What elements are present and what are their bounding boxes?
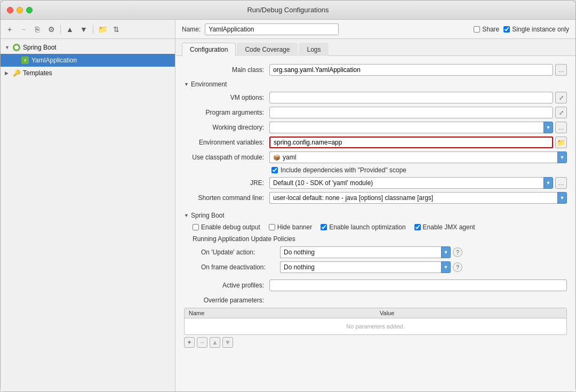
springboot-section-header[interactable]: ▼ Spring Boot <box>175 209 575 221</box>
up-button[interactable]: ▲ <box>64 23 76 35</box>
params-up-button[interactable]: ▲ <box>210 337 220 348</box>
program-args-expand-button[interactable]: ⤢ <box>555 107 567 118</box>
jre-dropdown-button[interactable]: ▼ <box>543 177 553 189</box>
program-args-input[interactable] <box>269 107 553 118</box>
main-class-label: Main class: <box>184 66 269 74</box>
working-dir-dropdown-button[interactable]: ▼ <box>543 122 553 133</box>
chevron-down-icon: ▼ <box>5 45 12 50</box>
close-button[interactable] <box>7 7 13 13</box>
copy-button[interactable]: ⎘ <box>31 23 43 35</box>
main-window: Run/Debug Configurations + − ⎘ ⚙ ▲ ▼ 📁 ⇅… <box>0 0 576 392</box>
on-frame-dropdown-button[interactable]: ▼ <box>441 261 451 273</box>
on-update-help-button[interactable]: ? <box>453 247 462 257</box>
working-dir-label: Working directory: <box>184 124 269 131</box>
main-class-input[interactable] <box>269 64 553 76</box>
single-instance-label: Single instance only <box>512 26 569 33</box>
maximize-button[interactable] <box>26 7 33 13</box>
program-args-label: Program arguments: <box>184 109 269 116</box>
include-deps-checkbox[interactable] <box>271 167 278 173</box>
separator-2 <box>93 25 93 34</box>
on-frame-value: Do nothing <box>284 263 315 271</box>
params-table-header: Name Value <box>185 308 566 318</box>
working-dir-input[interactable] <box>269 122 543 133</box>
on-update-value: Do nothing <box>284 249 315 256</box>
single-instance-checkbox-label[interactable]: Single instance only <box>503 26 569 33</box>
classpath-select-container: 📦 yaml ▼ <box>269 151 567 163</box>
main-class-browse-button[interactable]: … <box>555 64 567 76</box>
classpath-select[interactable]: 📦 yaml <box>269 151 557 163</box>
on-update-row: On 'Update' action: Do nothing ▼ ? <box>175 245 575 260</box>
params-down-button[interactable]: ▼ <box>222 337 233 348</box>
vm-options-input[interactable] <box>269 92 553 103</box>
sidebar-item-templates[interactable]: ▶ 🔑 Templates <box>1 67 175 79</box>
enable-launch-checkbox[interactable] <box>321 224 327 230</box>
enable-jmx-checkbox[interactable] <box>414 224 421 230</box>
add-button[interactable]: + <box>4 23 15 35</box>
sidebar-item-yaml[interactable]: Y YamlApplication <box>1 54 175 67</box>
down-button[interactable]: ▼ <box>78 23 90 35</box>
params-remove-button[interactable]: − <box>197 337 207 348</box>
params-name-col: Name <box>185 308 375 318</box>
share-checkbox-label[interactable]: Share <box>474 26 499 33</box>
working-dir-browse-button[interactable]: … <box>555 122 567 133</box>
minimize-button[interactable] <box>17 7 23 13</box>
enable-jmx-label[interactable]: Enable JMX agent <box>414 223 475 231</box>
jre-select[interactable]: Default (10 - SDK of 'yaml' module) <box>269 177 543 189</box>
settings-button[interactable]: ⚙ <box>45 23 57 35</box>
on-frame-help-button[interactable]: ? <box>453 262 462 272</box>
enable-debug-label[interactable]: Enable debug output <box>193 223 260 231</box>
on-update-dropdown-button[interactable]: ▼ <box>441 246 451 258</box>
folder-button[interactable]: 📁 <box>97 23 108 35</box>
classpath-label: Use classpath of module: <box>184 154 269 161</box>
active-profiles-input[interactable] <box>269 279 567 291</box>
env-vars-input[interactable] <box>269 137 553 148</box>
enable-jmx-text: Enable JMX agent <box>423 223 475 231</box>
vm-options-expand-button[interactable]: ⤢ <box>555 92 567 103</box>
enable-launch-label[interactable]: Enable launch optimization <box>321 223 405 231</box>
env-vars-field: 📁 <box>269 137 567 148</box>
tab-logs[interactable]: Logs <box>299 43 329 56</box>
hide-banner-checkbox[interactable] <box>269 224 275 230</box>
remove-button[interactable]: − <box>18 23 29 35</box>
window-title: Run/Debug Configurations <box>247 6 329 14</box>
params-table: Name Value No parameters added. <box>184 308 567 335</box>
sort-button[interactable]: ⇅ <box>110 23 122 35</box>
on-frame-label: On frame deactivation: <box>201 263 276 271</box>
env-vars-browse-button[interactable]: 📁 <box>555 137 567 148</box>
sidebar-toolbar: + − ⎘ ⚙ ▲ ▼ 📁 ⇅ <box>1 20 175 39</box>
env-vars-label: Environment variables: <box>184 139 269 146</box>
on-update-label: On 'Update' action: <box>201 249 276 256</box>
jre-field: Default (10 - SDK of 'yaml' module) ▼ … <box>269 177 567 189</box>
on-update-select-container: Do nothing ▼ <box>280 246 451 258</box>
share-label: Share <box>482 26 499 33</box>
shorten-cmd-row: Shorten command line: user-local default… <box>175 190 575 205</box>
main-class-row: Main class: … <box>175 62 575 77</box>
single-instance-checkbox[interactable] <box>503 26 510 33</box>
shorten-cmd-dropdown-button[interactable]: ▼ <box>557 192 567 204</box>
active-profiles-field <box>269 279 567 291</box>
on-update-field: Do nothing ▼ ? <box>280 246 462 258</box>
hide-banner-label[interactable]: Hide banner <box>269 223 312 231</box>
on-update-select[interactable]: Do nothing <box>280 246 441 258</box>
params-add-button[interactable]: + <box>184 337 195 348</box>
include-deps-label[interactable]: Include dependencies with "Provided" sco… <box>271 166 406 174</box>
sidebar: + − ⎘ ⚙ ▲ ▼ 📁 ⇅ ▼ <box>1 20 175 391</box>
vm-options-row: VM options: ⤢ <box>175 90 575 105</box>
shorten-cmd-select[interactable]: user-local default: none - java [options… <box>269 192 557 204</box>
enable-debug-checkbox[interactable] <box>193 224 199 230</box>
env-vars-row: Environment variables: 📁 <box>175 135 575 150</box>
name-input[interactable] <box>205 23 339 35</box>
traffic-lights <box>7 7 33 13</box>
on-frame-row: On frame deactivation: Do nothing ▼ ? <box>175 260 575 275</box>
on-frame-select[interactable]: Do nothing <box>280 261 441 273</box>
override-params-label: Override parameters: <box>184 297 269 304</box>
environment-section-header[interactable]: ▼ Environment <box>175 77 575 90</box>
params-empty-label: No parameters added. <box>346 323 404 330</box>
tab-code-coverage[interactable]: Code Coverage <box>237 43 298 56</box>
tab-configuration[interactable]: Configuration <box>182 43 236 56</box>
jre-browse-button[interactable]: … <box>555 177 567 189</box>
share-checkbox[interactable] <box>474 26 480 33</box>
sidebar-item-springboot[interactable]: ▼ Spring Boot <box>1 41 175 54</box>
classpath-dropdown-button[interactable]: ▼ <box>557 151 567 163</box>
tabs-bar: Configuration Code Coverage Logs <box>175 39 575 56</box>
